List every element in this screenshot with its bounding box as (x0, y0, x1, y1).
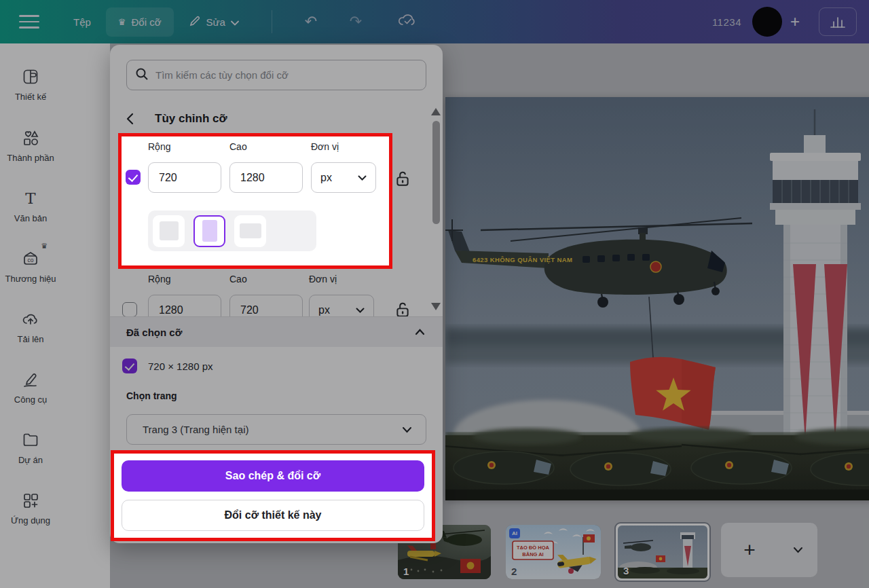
toolbar-divider (272, 10, 272, 33)
annotation-box-buttons: Sao chép & đổi cỡ Đổi cỡ thiết kế này (111, 450, 435, 541)
sidebar-label: Thương hiệu (5, 274, 56, 284)
unlock-icon (395, 170, 410, 187)
file-menu[interactable]: Tệp (64, 10, 100, 35)
page-photo: 6423 KHÔNG QUÂN VIỆT NAM (445, 97, 869, 500)
menu-icon[interactable] (19, 15, 39, 29)
orientation-landscape[interactable] (234, 215, 266, 247)
resize-menu[interactable]: ♛ Đổi cỡ (106, 7, 174, 37)
sidebar-label: Thành phần (7, 153, 54, 163)
apps-grid-icon (22, 492, 39, 509)
lock-ratio-row2[interactable] (395, 301, 410, 318)
design-page[interactable]: 6423 KHÔNG QUÂN VIỆT NAM (445, 97, 869, 500)
design-icon (22, 68, 39, 86)
selected-sizes-header[interactable]: Đã chọn cỡ (110, 316, 443, 347)
page-strip-actions: + (721, 523, 817, 577)
annotation-box-size: Rộng Cao Đơn vị px (118, 133, 392, 269)
height-input-row1[interactable] (230, 163, 302, 192)
ai-badge: AI (509, 528, 520, 538)
undo-icon[interactable]: ↶ (291, 13, 331, 31)
sidebar-item-design[interactable]: Thiết kế (0, 68, 61, 102)
sidebar-label: Thiết kế (15, 92, 46, 102)
height-field-row1[interactable] (229, 162, 303, 193)
unlock-icon (395, 301, 410, 318)
sidebar-item-elements[interactable]: Thành phần (0, 129, 61, 163)
selected-size-checkbox[interactable] (122, 359, 137, 373)
back-button[interactable] (126, 111, 140, 127)
search-input[interactable] (155, 69, 418, 81)
pencil-icon (189, 15, 201, 29)
orientation-selector (148, 210, 316, 251)
helicopter-marking: 6423 KHÔNG QUÂN VIỆT NAM (473, 256, 572, 263)
sidebar-item-brand[interactable]: ♛ co Thương hiệu (0, 250, 61, 284)
resize-search[interactable] (126, 60, 426, 90)
page-number: 2 (511, 566, 517, 577)
sidebar: Thiết kế Thành phần T Văn bản ♛ (0, 43, 110, 588)
page-thumbnail-3-selected[interactable]: 3 (614, 522, 711, 582)
resize-panel: Tùy chỉnh cỡ Rộng Cao Đơn vị px (110, 45, 443, 543)
sidebar-item-apps[interactable]: Ứng dụng (0, 492, 61, 526)
panel-title: Tùy chỉnh cỡ (155, 112, 227, 126)
sidebar-label: Dự án (18, 455, 43, 465)
unit-label: Đơn vị (309, 274, 337, 284)
svg-text:T: T (25, 189, 36, 207)
choose-page-label: Chọn trang (126, 390, 177, 401)
height-label: Cao (229, 141, 247, 152)
chevron-up-icon (415, 329, 425, 335)
page-thumbnail-2[interactable]: TẠO ĐỒ HỌA BẰNG AI AI 2 (506, 525, 601, 579)
sidebar-label: Công cụ (14, 394, 47, 405)
thumb2-sign: TẠO ĐỒ HỌA BẰNG AI (513, 541, 553, 559)
resize-this-design-button[interactable]: Đổi cỡ thiết kế này (122, 500, 424, 531)
insights-button[interactable] (819, 7, 857, 36)
crown-icon: ♛ (41, 242, 48, 251)
pen-tool-icon (22, 371, 39, 388)
unit-label: Đơn vị (311, 141, 339, 152)
add-page-button[interactable]: + (721, 523, 778, 577)
lock-ratio-row1[interactable] (395, 170, 410, 187)
sidebar-item-text[interactable]: T Văn bản (0, 189, 61, 223)
size-row1-checkbox[interactable] (126, 170, 141, 185)
sidebar-label: Ứng dụng (11, 515, 50, 526)
crown-icon: ♛ (118, 18, 126, 26)
chevron-down-icon (402, 426, 412, 433)
page-select[interactable]: Trang 3 (Trang hiện tại) (126, 414, 426, 445)
size-row2-checkbox[interactable] (122, 302, 137, 317)
cloud-saved-icon (388, 12, 427, 31)
add-member-button[interactable]: + (790, 12, 800, 31)
views-count: 11234 (712, 16, 741, 28)
orientation-portrait[interactable] (193, 215, 225, 247)
shapes-icon (22, 129, 39, 147)
orientation-square[interactable] (153, 215, 185, 247)
sidebar-item-uploads[interactable]: Tải lên (0, 310, 61, 344)
thumb1-banner (460, 559, 481, 573)
width-label: Rộng (148, 141, 170, 152)
edit-menu[interactable]: Sửa (179, 8, 248, 36)
selected-size-label: 720 × 1280 px (148, 361, 213, 372)
bar-chart-icon (830, 16, 845, 28)
page-number: 3 (623, 565, 629, 576)
canva-editor: 6423 KHÔNG QUÂN VIỆT NAM (0, 0, 869, 588)
redo-icon[interactable]: ↷ (336, 13, 375, 31)
chevron-down-icon (358, 175, 367, 181)
top-toolbar: Tệp ♛ Đổi cỡ Sửa ↶ ↷ (0, 0, 869, 43)
sidebar-item-projects[interactable]: Dự án (0, 431, 61, 465)
parked-helicopters (445, 428, 869, 500)
svg-text:co: co (28, 257, 34, 263)
brand-icon: ♛ co (22, 250, 39, 268)
copy-and-resize-button[interactable]: Sao chép & đổi cỡ (122, 460, 424, 492)
scroll-down-arrow[interactable] (431, 303, 441, 310)
width-field-row1[interactable] (148, 162, 221, 193)
unit-select-row1[interactable]: px (311, 162, 376, 193)
folder-icon (22, 431, 39, 449)
width-label: Rộng (148, 274, 170, 284)
svg-text:TẠO ĐỒ HỌA: TẠO ĐỒ HỌA (517, 544, 549, 551)
avatar[interactable] (752, 7, 782, 37)
svg-text:BẰNG AI: BẰNG AI (522, 551, 543, 557)
scrollbar-thumb[interactable] (432, 121, 440, 224)
sidebar-item-tools[interactable]: Công cụ (0, 371, 61, 405)
scroll-up-arrow[interactable] (431, 108, 441, 115)
height-label: Cao (229, 274, 247, 284)
page-number: 1 (403, 566, 409, 577)
collapse-pages-button[interactable] (778, 523, 817, 577)
text-icon: T (22, 189, 39, 207)
width-input-row1[interactable] (149, 163, 221, 192)
